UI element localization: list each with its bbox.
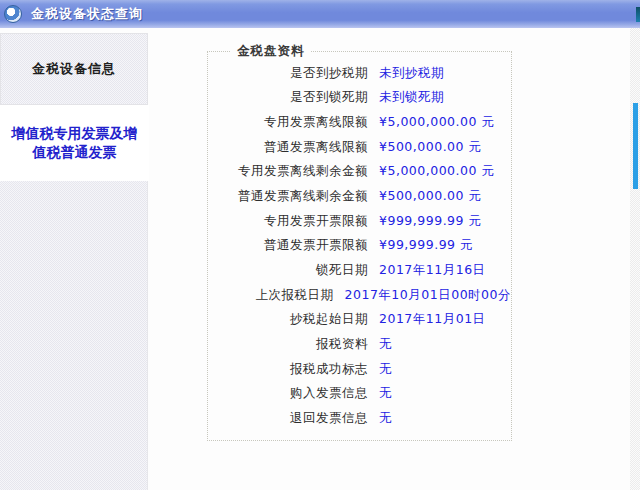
field-value: 2017年10月01日00时00分 [345,287,511,304]
field-row-special-offline-limit: 专用发票离线限额 ¥5,000,000.00 元 [208,110,511,135]
field-row-returned-invoice-info: 退回发票信息 无 [208,406,511,431]
field-value: ¥5,000,000.00 元 [379,114,494,131]
field-row-tax-filing-success-flag: 报税成功标志 无 [208,357,511,382]
field-row-tax-filing-data: 报税资料 无 [208,332,511,357]
field-row-special-offline-remaining: 专用发票离线剩余金额 ¥5,000,000.00 元 [208,160,511,185]
field-row-normal-invoice-limit: 普通发票开票限额 ¥99,999.99 元 [208,233,511,258]
field-value: 无 [379,385,392,402]
field-label: 普通发票离线剩余金额 [208,188,368,205]
field-value: 未到锁死期 [379,89,444,106]
field-row-lock-date: 锁死日期 2017年11月16日 [208,258,511,283]
sidebar-item-vat-invoice[interactable]: 增值税专用发票及增值税普通发票 [0,105,149,181]
field-label: 报税资料 [208,336,368,353]
sidebar-empty-panel [0,181,148,490]
field-row-lock-period: 是否到锁死期 未到锁死期 [208,86,511,111]
app-window: 金税设备状态查询 金税设备信息 增值税专用发票及增值税普通发票 金税盘资料 是否… [0,0,640,490]
vertical-scrollbar[interactable] [630,28,640,490]
field-label: 退回发票信息 [208,410,368,427]
field-label: 普通发票开票限额 [208,237,368,254]
field-row-copy-tax-period: 是否到抄税期 未到抄税期 [208,61,511,86]
window-edge-icon [636,7,640,22]
sidebar: 金税设备信息 增值税专用发票及增值税普通发票 [0,28,149,490]
field-row-normal-offline-limit: 普通发票离线限额 ¥500,000.00 元 [208,135,511,160]
goldtax-disk-info-groupbox: 金税盘资料 是否到抄税期 未到抄税期 是否到锁死期 未到锁死期 专用发票离线限额… [207,51,512,441]
field-label: 抄税起始日期 [208,311,368,328]
field-row-copy-tax-start-date: 抄税起始日期 2017年11月01日 [208,307,511,332]
field-row-purchased-invoice-info: 购入发票信息 无 [208,381,511,406]
field-label: 专用发票离线限额 [208,114,368,131]
field-value: ¥5,000,000.00 元 [379,163,494,180]
field-label: 是否到抄税期 [208,65,368,82]
sidebar-item-device-info[interactable]: 金税设备信息 [0,33,148,105]
field-value: 无 [379,361,392,378]
field-value: ¥500,000.00 元 [379,188,482,205]
field-value: 2017年11月01日 [379,311,486,328]
field-value: 未到抄税期 [379,65,444,82]
field-value: ¥99,999.99 元 [379,237,473,254]
app-logo-icon [4,5,22,23]
field-row-special-invoice-limit: 专用发票开票限额 ¥999,999.99 元 [208,209,511,234]
field-label: 是否到锁死期 [208,89,368,106]
field-value: 无 [379,410,392,427]
sidebar-item-label: 金税设备信息 [32,60,116,78]
field-value: 2017年11月16日 [379,262,486,279]
field-rows: 是否到抄税期 未到抄税期 是否到锁死期 未到锁死期 专用发票离线限额 ¥5,00… [208,52,511,431]
sidebar-item-label: 增值税专用发票及增值税普通发票 [5,124,144,162]
field-label: 专用发票离线剩余金额 [208,163,368,180]
field-label: 普通发票离线限额 [208,139,368,156]
field-label: 上次报税日期 [208,287,334,304]
field-value: ¥999,999.99 元 [379,213,482,230]
title-bar: 金税设备状态查询 [0,0,640,28]
field-row-normal-offline-remaining: 普通发票离线剩余金额 ¥500,000.00 元 [208,184,511,209]
field-label: 报税成功标志 [208,361,368,378]
field-value: 无 [379,336,392,353]
field-row-last-tax-filing-date: 上次报税日期 2017年10月01日00时00分 [208,283,511,308]
window-title: 金税设备状态查询 [31,5,143,23]
field-label: 专用发票开票限额 [208,213,368,230]
field-label: 锁死日期 [208,262,368,279]
field-label: 购入发票信息 [208,385,368,402]
groupbox-title: 金税盘资料 [231,43,311,60]
scrollbar-thumb[interactable] [633,103,638,189]
field-value: ¥500,000.00 元 [379,139,482,156]
